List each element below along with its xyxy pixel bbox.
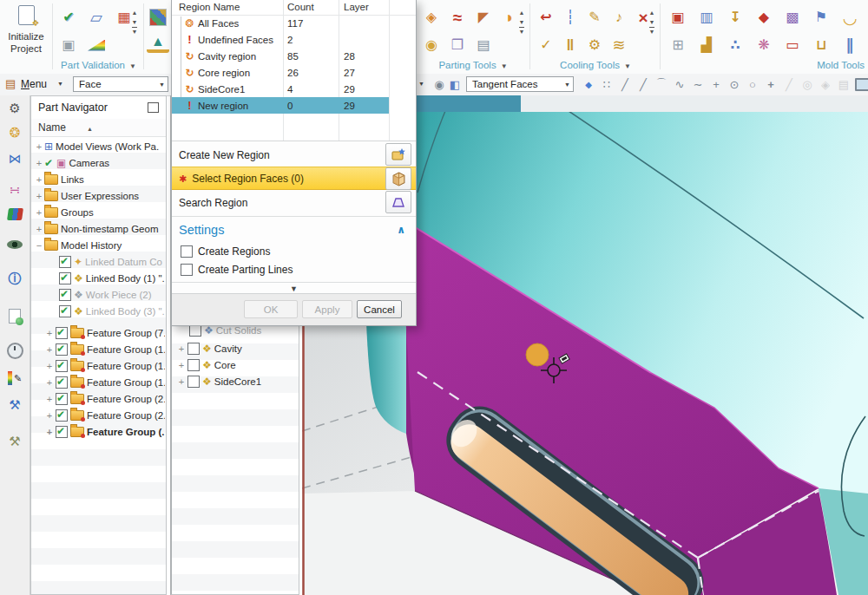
snap-circle-icon[interactable]: ○ — [744, 75, 761, 93]
ports-icon[interactable]: ∺ — [0, 179, 30, 201]
column-layer[interactable]: Layer — [344, 0, 369, 15]
checkbox-checked[interactable] — [56, 360, 68, 372]
point-line-icon[interactable] — [559, 6, 582, 29]
expander-icon[interactable] — [35, 240, 43, 251]
checkbox-checked[interactable] — [59, 289, 71, 301]
expander-icon[interactable] — [45, 361, 54, 371]
gallery-scroll-buttons[interactable]: ▲▼▼ — [646, 9, 658, 37]
info-wave-icon[interactable]: ⓘ — [0, 267, 30, 290]
copy-sheet-icon[interactable] — [446, 34, 469, 56]
snap-line-2-icon[interactable]: ╱ — [635, 75, 652, 93]
tree-row-feature-group-5[interactable]: Feature Group (2. — [45, 390, 165, 407]
lattice-icon[interactable] — [724, 34, 746, 56]
zigzag-pipe-icon[interactable] — [608, 34, 630, 56]
cylinder-group-icon[interactable] — [838, 34, 861, 56]
crane-icon[interactable]: ⚒ — [0, 430, 30, 453]
checkbox-unchecked[interactable] — [187, 359, 200, 371]
region-form-icon[interactable] — [472, 34, 495, 56]
screw-down-icon[interactable] — [724, 6, 746, 29]
bend-channel-icon[interactable] — [535, 6, 557, 29]
cancel-button[interactable]: Cancel — [357, 300, 402, 318]
snap-facet-icon[interactable]: ◈ — [817, 75, 834, 93]
apply-button[interactable]: Apply — [302, 300, 352, 318]
history-clock-icon[interactable] — [0, 339, 30, 362]
snap-sheet-icon[interactable]: ▤ — [835, 75, 852, 93]
tree-row-feature-group-3[interactable]: Feature Group (1. — [45, 357, 165, 374]
tree-row-core[interactable]: Core — [177, 356, 298, 373]
checkbox-checked[interactable] — [56, 343, 68, 356]
snap-line-icon[interactable]: ╱ — [616, 75, 634, 93]
type-filter-combo[interactable]: Face▼ — [73, 76, 168, 92]
lock-body-icon[interactable] — [420, 34, 443, 56]
tree-row-linked-datum[interactable]: Linked Datum Co — [57, 253, 165, 270]
snap-spline-icon[interactable]: ∿ — [671, 75, 688, 93]
expander-icon[interactable] — [45, 410, 54, 421]
tree-row-work-piece[interactable]: Work Piece (2) — [57, 286, 165, 303]
checkbox-checked[interactable] — [59, 256, 71, 268]
table-row-core-region[interactable]: Core region 26 27 — [172, 64, 389, 81]
tree-row-links[interactable]: Links — [35, 171, 165, 187]
palette-icon[interactable] — [753, 34, 775, 56]
table-row-sidecore1[interactable]: SideCore1 4 29 — [172, 81, 389, 97]
column-count[interactable]: Count — [287, 0, 314, 15]
roles-icon[interactable]: ❂ — [0, 121, 30, 144]
tree-row-feature-group-4[interactable]: Feature Group (1. — [45, 374, 165, 390]
create-new-region-button[interactable] — [385, 143, 411, 166]
snap-axis-icon[interactable]: + — [707, 75, 725, 93]
check-channel-icon[interactable] — [535, 34, 557, 56]
expander-icon[interactable] — [45, 344, 54, 355]
globe-icon[interactable]: ◉ — [431, 75, 448, 93]
tree-row-user-expressions[interactable]: User Expressions — [35, 187, 165, 204]
mold-tools-group-label[interactable]: Mold Tools — [661, 60, 868, 70]
wedge-block-icon[interactable] — [695, 34, 718, 56]
part-validation-group-label[interactable]: Part Validation▼ — [54, 60, 143, 70]
expander-icon[interactable] — [177, 376, 186, 387]
checkbox-checked[interactable] — [56, 426, 68, 438]
gear-icon[interactable]: ⚙ — [0, 97, 30, 120]
mold-frame-icon[interactable] — [85, 6, 108, 29]
select-region-faces-row[interactable]: Select Region Faces (0) — [172, 167, 416, 190]
expander-icon[interactable] — [35, 158, 43, 168]
menu-button[interactable]: Menu — [21, 78, 47, 90]
checkbox-checked[interactable] — [56, 409, 68, 422]
eye-icon[interactable] — [0, 233, 30, 256]
tree-row-feature-group-7[interactable]: Feature Group (. — [45, 423, 165, 440]
expander-icon[interactable] — [35, 224, 43, 234]
tree-row-feature-group-6[interactable]: Feature Group (2. — [45, 407, 165, 423]
tree-row-non-timestamp-geom[interactable]: Non-timestamp Geom — [35, 220, 165, 237]
ok-button[interactable]: OK — [244, 300, 298, 318]
table-row-undefined-faces[interactable]: Undefined Faces 2 — [172, 31, 389, 48]
tree-row-linked-body-3[interactable]: Linked Body (3) ". — [57, 303, 165, 319]
expander-icon[interactable] — [45, 377, 54, 388]
cube-cage-icon[interactable] — [667, 6, 689, 29]
expander-icon[interactable] — [35, 141, 43, 152]
bowtie-navigator-icon[interactable]: ⋈ — [0, 147, 30, 170]
checkbox-unchecked[interactable] — [187, 343, 200, 355]
dialog-resize-handle[interactable]: ▼ — [172, 284, 416, 293]
table-row-cavity-region[interactable]: Cavity region 85 28 — [172, 48, 389, 64]
gear-swirl-icon[interactable] — [583, 34, 606, 56]
tree-row-cavity[interactable]: Cavity — [177, 340, 298, 356]
checkbox-checked[interactable] — [59, 305, 71, 317]
color-pen-icon[interactable] — [0, 367, 30, 389]
scope-filter-combo[interactable]: Tangent Faces▼ — [466, 76, 574, 92]
saddle-surface-icon[interactable] — [838, 6, 861, 29]
snap-circle-center-icon[interactable]: ⊙ — [726, 75, 743, 93]
expander-icon[interactable] — [45, 427, 54, 437]
checkbox-unchecked[interactable] — [181, 245, 193, 258]
gallery-scroll-buttons[interactable]: ▲▼▼ — [128, 9, 141, 37]
snap-slash-icon[interactable]: ╱ — [780, 75, 798, 93]
checkbox-unchecked[interactable] — [187, 376, 200, 388]
cube-3d-icon[interactable]: ◧ — [446, 75, 464, 93]
channel-curve-icon[interactable] — [608, 6, 630, 29]
snap-grid-icon[interactable]: ∷ — [598, 75, 615, 93]
collapse-chevron-icon[interactable]: ∧ — [397, 224, 405, 236]
undock-icon[interactable] — [148, 102, 159, 113]
screen-capture-icon[interactable] — [854, 75, 868, 93]
double-box-icon[interactable] — [695, 6, 718, 29]
pocket-insert-icon[interactable] — [810, 34, 832, 56]
checkbox-checked[interactable] — [56, 327, 68, 339]
table-row-new-region-selected[interactable]: New region 0 29 — [172, 97, 389, 114]
snap-point-icon[interactable]: ◆ — [580, 75, 597, 93]
tool-person-icon[interactable]: ⚒ — [0, 394, 30, 416]
